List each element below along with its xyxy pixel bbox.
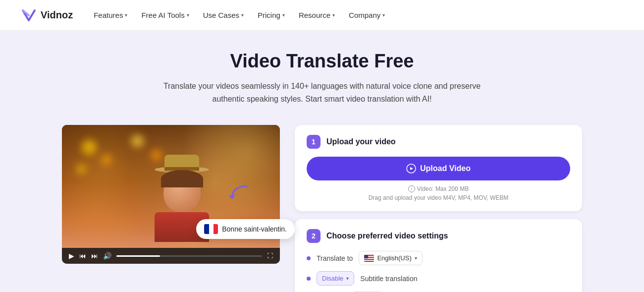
main-content: Video Translate Free Translate your vide… (0, 31, 644, 292)
nav-item-features[interactable]: Features ▾ (88, 7, 133, 23)
step-2-header: 2 Choose preferred video settings (307, 229, 570, 243)
nav-features-label: Features (94, 11, 123, 19)
volume-button[interactable]: 🔊 (103, 252, 111, 260)
upload-icon (406, 164, 416, 174)
format-label: Drag and upload your video M4V, MP4, MOV… (307, 194, 570, 201)
navbar: Vidnoz Features ▾ Free AI Tools ▾ Use Ca… (0, 0, 644, 31)
upload-info: i Video: Max 200 MB Drag and upload your… (307, 185, 570, 201)
upload-video-button[interactable]: Upload Video (307, 157, 570, 180)
nav-resource-label: Resource (299, 11, 330, 19)
language-option: English(US) (377, 254, 411, 262)
content-area: ▶ ⏮ ⏭ 🔊 ⛶ (62, 125, 582, 292)
arrow-overlay (223, 178, 252, 211)
nav-company-label: Company (349, 11, 380, 19)
video-container: ▶ ⏮ ⏭ 🔊 ⛶ (62, 125, 280, 264)
nav-use-cases-label: Use Cases (203, 11, 239, 19)
logo-link[interactable]: Vidnoz (20, 6, 73, 24)
bullet-translate-to (307, 256, 311, 260)
nav-free-ai-chevron: ▾ (187, 12, 189, 18)
step-1-number: 1 (307, 135, 321, 149)
nav-pricing-chevron: ▾ (282, 12, 285, 18)
subtitle-select[interactable]: Disable ▾ (317, 271, 354, 286)
progress-bar[interactable] (116, 255, 262, 257)
flag-us-canton (364, 255, 368, 259)
nav-use-cases-chevron: ▾ (241, 12, 244, 18)
fast-forward-button[interactable]: ⏭ (91, 252, 98, 260)
nav-features-chevron: ▾ (125, 12, 127, 18)
rewind-button[interactable]: ⏮ (79, 252, 86, 260)
subtitle-label: Subtitle translation (360, 275, 417, 283)
step-1-header: 1 Upload your video (307, 135, 570, 149)
translate-to-row: Translate to English(US) ▾ (307, 251, 570, 265)
subtitle-option: Disable (322, 275, 343, 282)
nav-item-use-cases[interactable]: Use Cases ▾ (197, 7, 250, 23)
play-button[interactable]: ▶ (69, 252, 74, 260)
flag-fr (204, 224, 218, 234)
subtitle-chevron: ▾ (346, 276, 349, 281)
translate-to-label: Translate to (317, 254, 353, 262)
nav-resource-chevron: ▾ (332, 12, 335, 18)
step-2-card: 2 Choose preferred video settings Transl… (295, 219, 582, 292)
fullscreen-button[interactable]: ⛶ (267, 252, 273, 259)
subtitle-bubble: Bonne saint-valentin. (196, 219, 295, 239)
language-chevron: ▾ (415, 255, 417, 261)
logo-icon (20, 6, 38, 24)
subtitle-text: Bonne saint-valentin. (222, 225, 287, 233)
step-2-title: Choose preferred video settings (326, 232, 448, 240)
nav-company-chevron: ▾ (382, 12, 385, 18)
nav-item-pricing[interactable]: Pricing ▾ (252, 7, 291, 23)
svg-marker-1 (410, 167, 413, 170)
arrow-icon (224, 178, 253, 207)
right-panel: 1 Upload your video Upload Video i Video… (295, 125, 582, 292)
step-1-card: 1 Upload your video Upload Video i Video… (295, 125, 582, 211)
subtitle-row: Disable ▾ Subtitle translation (307, 271, 570, 286)
flag-us (364, 255, 374, 262)
logo-text: Vidnoz (41, 9, 73, 21)
bullet-subtitle (307, 277, 311, 281)
nav-free-ai-label: Free AI Tools (141, 11, 184, 19)
info-icon: i (408, 185, 415, 192)
language-select[interactable]: English(US) ▾ (359, 251, 422, 265)
nav-menu: Features ▾ Free AI Tools ▾ Use Cases ▾ P… (88, 7, 624, 23)
hero-subtitle: Translate your videos seamlessly in 140+… (149, 80, 495, 105)
nav-item-free-ai-tools[interactable]: Free AI Tools ▾ (135, 7, 195, 23)
nav-item-company[interactable]: Company ▾ (343, 7, 391, 23)
step-2-number: 2 (307, 229, 321, 243)
bokeh-1 (82, 140, 97, 155)
hero-title: Video Translate Free (10, 51, 634, 72)
video-controls: ▶ ⏮ ⏭ 🔊 ⛶ (62, 248, 280, 264)
size-label: Video: Max 200 MB (417, 185, 469, 192)
nav-pricing-label: Pricing (258, 11, 280, 19)
progress-fill (116, 255, 160, 257)
step-1-title: Upload your video (326, 137, 396, 146)
upload-button-label: Upload Video (420, 164, 471, 173)
nav-item-resource[interactable]: Resource ▾ (293, 7, 341, 23)
